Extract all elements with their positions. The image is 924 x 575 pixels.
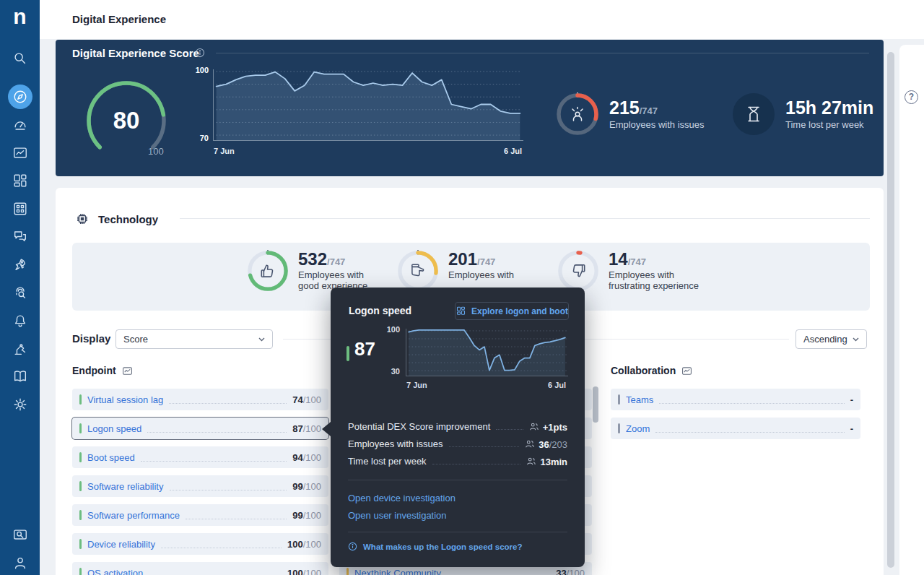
metric-value: 36/203 (539, 438, 567, 451)
tooltip-xtick-start: 7 Jun (406, 381, 427, 389)
tooltip-divider (348, 532, 567, 532)
collaboration-score-row[interactable]: Zoom - (611, 418, 860, 439)
endpoint-score-row[interactable]: Software performance 99/100 (72, 504, 328, 526)
hero-xtick-start: 7 Jun (214, 147, 235, 155)
title-divider (216, 53, 869, 53)
score-bar (79, 452, 82, 462)
score-bar (618, 394, 620, 405)
metric-value: 13min (540, 455, 567, 468)
tooltip-arrow (322, 422, 331, 436)
gauge-icon[interactable] (0, 111, 40, 139)
dotted-leader (147, 424, 287, 433)
metric-value: +1pts (543, 420, 567, 433)
person-issue-icon (572, 108, 583, 121)
dotted-leader (170, 482, 287, 490)
collaboration-score-row[interactable]: Teams - (611, 389, 860, 410)
tooltip-xtick-end: 6 Jul (548, 381, 566, 389)
help-icon[interactable]: ? (905, 90, 918, 104)
endpoint-score-row[interactable]: Device reliability 100/100 (72, 533, 328, 555)
info-icon[interactable] (195, 48, 205, 61)
automation-arm-icon[interactable] (0, 335, 40, 363)
app-grid-icon[interactable] (0, 195, 40, 222)
nexthink-logo[interactable]: n (0, 4, 40, 29)
score-value: 99/100 (292, 480, 321, 493)
score-bar (79, 481, 82, 491)
collaboration-heading: Collaboration (611, 365, 692, 376)
score-row-label[interactable]: Device reliability (87, 539, 155, 550)
page-scrollbar[interactable] (887, 52, 894, 568)
score-value: - (850, 393, 853, 406)
logon-speed-trend-chart (406, 329, 568, 376)
sort-select[interactable]: Ascending (796, 329, 867, 349)
conversations-icon[interactable] (0, 222, 40, 250)
employees-with-issues-stat: 215/747 Employees with issues (556, 92, 705, 136)
account-user-icon[interactable] (0, 549, 40, 575)
score-value: 94/100 (292, 451, 321, 464)
score-row-label[interactable]: Software reliability (87, 481, 164, 492)
tooltip-title: Logon speed (349, 305, 411, 316)
page-title: Digital Experience (72, 13, 166, 25)
hand-sideways-icon (412, 264, 424, 275)
collaboration-list: Teams - Zoom - (611, 389, 860, 439)
time-lost-stat: 15h 27min Time lost per week (732, 92, 873, 136)
score-bar (79, 394, 82, 405)
score-row-label[interactable]: Zoom (626, 423, 650, 434)
blocks-icon[interactable] (0, 167, 40, 194)
compass-icon[interactable] (0, 83, 40, 111)
dex-score-value: 80 (76, 107, 177, 134)
score-row-label[interactable]: Teams (626, 394, 653, 405)
dotted-leader (659, 395, 844, 404)
score-row-label[interactable]: Logon speed (87, 423, 141, 434)
trend-chart-icon (122, 366, 133, 376)
settings-gear-icon[interactable] (0, 391, 40, 418)
score-row-label[interactable]: Nexthink Community (354, 568, 441, 575)
score-row-label[interactable]: Virtual session lag (87, 394, 163, 405)
score-explainer-link[interactable]: What makes up the Logon speed score? (348, 542, 522, 551)
score-bar (346, 568, 349, 575)
average-experience-ring (397, 250, 439, 292)
chip-icon (74, 211, 90, 227)
display-select[interactable]: Score (116, 329, 273, 349)
top-header: Digital Experience (40, 0, 924, 39)
endpoint-score-row[interactable]: Virtual session lag 74/100 (72, 389, 328, 410)
endpoint-score-row[interactable]: Logon speed 87/100 (72, 418, 328, 439)
endpoint-score-row[interactable]: OS activation 100/100 (72, 562, 328, 575)
open-device-investigation-link[interactable]: Open device investigation (348, 493, 456, 503)
score-row-label[interactable]: OS activation (87, 568, 143, 575)
frustrating-total: /747 (628, 256, 646, 267)
column-scrollbar-thumb[interactable] (593, 386, 598, 423)
average-count: 201 (448, 249, 477, 269)
score-bar (618, 423, 620, 433)
open-user-investigation-link[interactable]: Open user investigation (348, 510, 447, 521)
endpoint-score-row[interactable]: Software reliability 99/100 (72, 475, 328, 497)
search-icon[interactable] (0, 45, 40, 72)
score-row-label[interactable]: Boot speed (87, 452, 135, 463)
chart-window-icon[interactable] (0, 139, 40, 167)
endpoint-list: Virtual session lag 74/100 Logon speed 8… (72, 389, 328, 575)
explore-grid-icon (456, 306, 466, 316)
tooltip-ytick-bottom: 30 (383, 367, 400, 376)
rocket-icon[interactable] (0, 251, 40, 278)
score-row-label[interactable]: Software performance (87, 510, 180, 521)
chevron-down-icon (258, 337, 265, 342)
audit-search-icon[interactable] (0, 279, 40, 306)
dex-score-title: Digital Experience Score (72, 47, 199, 59)
trend-chart-icon (681, 366, 692, 376)
dotted-leader (655, 424, 844, 433)
hero-ytick-bottom: 70 (190, 134, 209, 142)
explore-logon-boot-button[interactable]: Explore logon and boot (455, 302, 569, 320)
device-search-icon[interactable] (0, 522, 40, 549)
average-experience-stat: 201/747 Employees with (397, 250, 514, 292)
issues-ring (556, 92, 599, 136)
tooltip-metrics: Potential DEX Score improvement +1pts Em… (348, 420, 567, 467)
technology-divider (180, 218, 870, 219)
time-lost-value: 15h 27min (785, 98, 873, 118)
library-book-icon[interactable] (0, 363, 40, 390)
endpoint-score-row[interactable]: Boot speed 94/100 (72, 446, 328, 468)
alerts-bell-icon[interactable] (0, 307, 40, 334)
people-icon (526, 457, 536, 466)
dex-trend-chart (213, 69, 523, 141)
tooltip-divider (348, 480, 567, 480)
frustrating-count: 14 (609, 249, 628, 269)
score-value: 99/100 (292, 509, 321, 522)
